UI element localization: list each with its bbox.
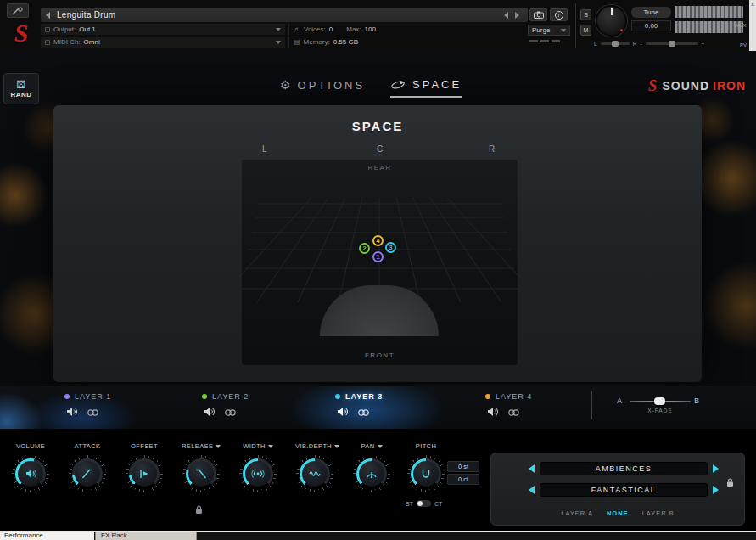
release-lock-icon[interactable]	[195, 503, 203, 518]
layer-4-speaker-icon[interactable]	[487, 405, 500, 420]
volume-slider-handle[interactable]	[669, 41, 675, 47]
toggle-handle[interactable]	[417, 501, 423, 506]
midi-channel-selector[interactable]: MIDI Ch: Omni	[41, 37, 285, 48]
xfade-label: X-FADE	[630, 408, 691, 413]
offset-knob[interactable]	[126, 455, 163, 492]
brand-s-icon: S	[648, 76, 658, 95]
category-prev-arrow[interactable]	[529, 464, 535, 473]
wrench-icon	[12, 7, 24, 15]
space-stage: REAR FRONT 2 3 4 1	[242, 160, 518, 365]
voices-readout: ♬ Voices: 0 Max: 100	[288, 24, 445, 35]
tools-button[interactable]	[7, 3, 29, 18]
ambience-target-tabs: LAYER A NONE LAYER B	[491, 509, 744, 517]
width-icon	[251, 467, 265, 481]
vibdepth-dropdown-arrow[interactable]	[334, 445, 339, 448]
fx-rack-tab[interactable]: FX Rack	[95, 532, 197, 540]
layer-2-selector[interactable]: LAYER 2	[202, 392, 249, 420]
pitch-cent-value[interactable]: 0 ct	[447, 474, 479, 485]
layer-3-speaker-icon[interactable]	[337, 405, 350, 420]
collapse-arrow-icon[interactable]	[46, 12, 50, 19]
space-source-3[interactable]: 3	[385, 242, 396, 253]
prev-instrument-arrow[interactable]	[504, 12, 508, 19]
space-source-4[interactable]: 4	[372, 235, 384, 246]
st-ct-toggle[interactable]	[417, 500, 431, 507]
xfade-slider[interactable]	[630, 401, 691, 402]
layer-1-link-icon[interactable]	[87, 405, 99, 420]
width-knob[interactable]	[239, 455, 277, 492]
soundiron-s-logo: S	[6, 17, 36, 49]
space-source-1[interactable]: 1	[372, 251, 384, 262]
layer-3-selector[interactable]: LAYER 3	[335, 392, 383, 420]
layer-1-speaker-icon[interactable]	[66, 405, 79, 420]
space-source-2[interactable]: 2	[359, 243, 370, 254]
layer-1-selector[interactable]: LAYER 1	[64, 392, 111, 420]
memory-icon: ▤	[294, 38, 300, 46]
pitch-knob[interactable]	[407, 455, 445, 492]
pan-dropdown-arrow[interactable]	[378, 445, 383, 448]
preset-value[interactable]: FANTASTICAL	[540, 483, 708, 497]
close-icon[interactable]: x	[751, 1, 754, 7]
tab-options[interactable]: ⚙ OPTIONS	[280, 78, 365, 92]
header-scroll-strip[interactable]: x	[749, 0, 756, 51]
attack-knob[interactable]	[69, 455, 106, 492]
width-dropdown-arrow[interactable]	[268, 445, 273, 448]
mute-button[interactable]: M	[580, 25, 591, 36]
preset-next-arrow[interactable]	[713, 486, 719, 494]
minus-button[interactable]: -	[640, 41, 641, 47]
purge-dropdown-arrow[interactable]	[561, 29, 566, 32]
space-tab-label: SPACE	[412, 78, 462, 91]
xfade-handle[interactable]	[654, 397, 665, 405]
source-number: 4	[376, 237, 379, 245]
info-button[interactable]: i	[550, 8, 568, 21]
st-ct-switch-group: ST CT	[406, 500, 442, 507]
purge-dropdown[interactable]: Purge	[528, 25, 570, 36]
vibdepth-knob[interactable]	[296, 455, 333, 492]
layer-2-link-icon[interactable]	[224, 405, 237, 420]
tab-space[interactable]: SPACE	[390, 78, 462, 98]
snapshot-camera-button[interactable]	[529, 8, 547, 21]
attack-knob-label: ATTACK	[75, 442, 101, 450]
preset-lock-icon[interactable]	[726, 475, 734, 491]
pan-knob[interactable]	[353, 455, 390, 492]
midi-icon	[45, 40, 50, 45]
pan-slider-handle[interactable]	[612, 41, 619, 47]
randomize-button[interactable]: ⚄ RAND	[3, 73, 39, 104]
preset-prev-arrow[interactable]	[529, 486, 535, 494]
pan-slider[interactable]	[601, 42, 630, 45]
none-tab[interactable]: NONE	[607, 509, 629, 517]
layer-a-tab[interactable]: LAYER A	[561, 509, 593, 517]
layer-4-link-icon[interactable]	[507, 405, 520, 420]
layer-4-selector[interactable]: LAYER 4	[485, 392, 532, 420]
release-dropdown-arrow[interactable]	[216, 445, 221, 448]
layer-2-speaker-icon[interactable]	[204, 405, 216, 420]
volume-knob[interactable]	[12, 455, 49, 492]
midi-dropdown-arrow[interactable]	[276, 41, 281, 44]
output-dropdown-arrow[interactable]	[276, 28, 281, 31]
max-label: Max:	[346, 25, 361, 33]
output-label: Output:	[53, 25, 76, 33]
layer-b-tab[interactable]: LAYER B	[642, 509, 675, 517]
layer-4-color-dot	[485, 394, 490, 399]
midi-label: MIDI Ch:	[53, 38, 81, 46]
kontakt-header: S Lenguita Drum Output: Out 1 MIDI Ch: O…	[0, 0, 756, 51]
next-instrument-arrow[interactable]	[515, 12, 519, 19]
volume-slider[interactable]	[646, 42, 698, 45]
release-knob[interactable]	[182, 455, 220, 492]
layer-3-link-icon[interactable]	[357, 405, 370, 420]
tune-knob[interactable]	[596, 5, 627, 37]
pitch-semitone-value[interactable]: 0 st	[447, 461, 479, 472]
layer-controls: VOLUME ATTACK OFFSET	[0, 429, 756, 531]
plus-button[interactable]: +	[702, 41, 705, 47]
solo-button[interactable]: S	[580, 9, 591, 20]
tune-value[interactable]: 0.00	[631, 20, 671, 31]
category-value[interactable]: AMBIENCES	[540, 462, 708, 475]
space-panel-title: SPACE	[53, 119, 702, 133]
output-selector[interactable]: Output: Out 1	[41, 24, 285, 35]
offset-icon	[137, 467, 151, 481]
category-next-arrow[interactable]	[713, 464, 719, 473]
ct-label: CT	[434, 501, 442, 507]
rand-label: RAND	[10, 91, 31, 98]
instrument-ui: ⚄ RAND ⚙ OPTIONS SPACE S SOUND IRON SPAC…	[0, 51, 756, 531]
orbit-icon	[390, 79, 406, 91]
preset-row: FANTASTICAL	[529, 483, 719, 497]
